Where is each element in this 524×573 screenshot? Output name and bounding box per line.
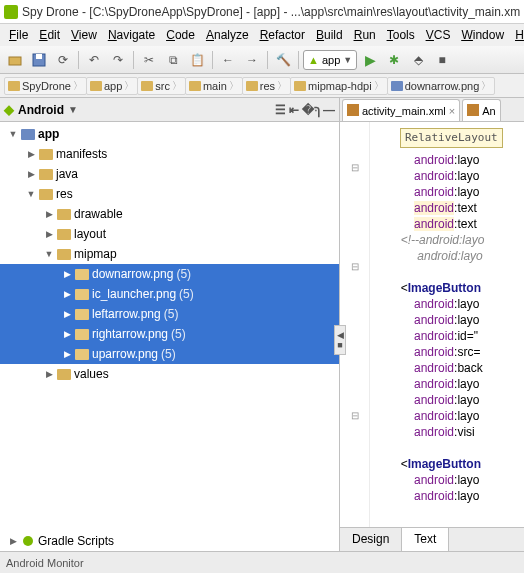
crumb-spydrone[interactable]: SpyDrone〉 (4, 77, 87, 95)
project-tree[interactable]: ▼app▶manifests▶java▼res▶drawable▶layout▼… (0, 122, 339, 531)
crumb-app[interactable]: app〉 (86, 77, 138, 95)
expand-arrow-icon[interactable]: ▶ (26, 169, 36, 179)
expand-arrow-icon[interactable]: ▶ (44, 209, 54, 219)
crumb-main[interactable]: main〉 (185, 77, 243, 95)
expand-arrow-icon[interactable]: ▶ (62, 309, 72, 319)
tree-node-manifests[interactable]: ▶manifests (0, 144, 339, 164)
editor-mode-tabs: Design Text (340, 527, 524, 551)
svg-rect-15 (57, 229, 71, 240)
expand-arrow-icon[interactable]: ▶ (62, 329, 72, 339)
expand-arrow-icon[interactable]: ▶ (44, 369, 54, 379)
run-config-label: app (322, 54, 340, 66)
svg-rect-0 (9, 57, 21, 65)
menu-view[interactable]: View (66, 26, 102, 44)
code-editor[interactable]: RelativeLayout android:layo android:layo… (370, 122, 524, 527)
tree-node-downarrow-png[interactable]: ▶downarrow.png (5) (0, 264, 339, 284)
android-icon: ◆ (4, 102, 14, 117)
project-pane-header[interactable]: ◆ Android ▼ ☰ ⇤ �ךּ — (0, 98, 339, 122)
tree-node-uparrow-png[interactable]: ▶uparrow.png (5) (0, 344, 339, 364)
menu-window[interactable]: Window (456, 26, 509, 44)
open-icon[interactable] (4, 49, 26, 71)
menu-tools[interactable]: Tools (382, 26, 420, 44)
run-config-selector[interactable]: ▲ app ▼ (303, 50, 357, 70)
tree-node-app[interactable]: ▼app (0, 124, 339, 144)
tree-node-res[interactable]: ▼res (0, 184, 339, 204)
menu-analyze[interactable]: Analyze (201, 26, 254, 44)
debug-button[interactable]: ✱ (383, 49, 405, 71)
fold-icon[interactable]: ⊟ (351, 162, 359, 173)
svg-rect-7 (246, 81, 258, 91)
tree-node-layout[interactable]: ▶layout (0, 224, 339, 244)
menu-build[interactable]: Build (311, 26, 348, 44)
attach-icon[interactable]: ⬘ (407, 49, 429, 71)
expand-arrow-icon[interactable]: ▶ (26, 149, 36, 159)
tab-text[interactable]: Text (402, 528, 449, 551)
tab-design[interactable]: Design (340, 528, 402, 551)
window-title: Spy Drone - [C:\SpyDroneApp\SpyDrone] - … (22, 5, 520, 19)
menu-vcs[interactable]: VCS (421, 26, 456, 44)
menu-edit[interactable]: Edit (34, 26, 65, 44)
svg-rect-21 (75, 349, 89, 360)
expand-arrow-icon[interactable]: ▶ (8, 536, 18, 546)
expand-arrow-icon[interactable]: ▼ (26, 189, 36, 199)
editor-tab-an[interactable]: An (462, 99, 500, 121)
back-icon[interactable]: ← (217, 49, 239, 71)
tree-node-leftarrow-png[interactable]: ▶leftarrow.png (5) (0, 304, 339, 324)
menu-h[interactable]: H (510, 26, 524, 44)
chevron-right-icon: 〉 (172, 79, 182, 93)
make-icon[interactable]: 🔨 (272, 49, 294, 71)
menu-refactor[interactable]: Refactor (255, 26, 310, 44)
tree-node-java[interactable]: ▶java (0, 164, 339, 184)
expand-arrow-icon[interactable]: ▼ (44, 249, 54, 259)
tree-node-rightarrow-png[interactable]: ▶rightarrow.png (5) (0, 324, 339, 344)
stop-icon[interactable]: ■ (431, 49, 453, 71)
expand-arrow-icon[interactable]: ▶ (62, 289, 72, 299)
menu-file[interactable]: File (4, 26, 33, 44)
expand-arrow-icon[interactable]: ▼ (8, 129, 18, 139)
tree-node-drawable[interactable]: ▶drawable (0, 204, 339, 224)
gradle-scripts-node[interactable]: ▶ Gradle Scripts (0, 531, 339, 551)
crumb-res[interactable]: res〉 (242, 77, 291, 95)
expand-arrow-icon[interactable]: ▶ (62, 269, 72, 279)
undo-icon[interactable]: ↶ (83, 49, 105, 71)
run-button[interactable]: ▶ (359, 49, 381, 71)
svg-rect-6 (189, 81, 201, 91)
fold-icon[interactable]: ⊟ (351, 261, 359, 272)
gear-icon[interactable]: �ךּ (302, 103, 320, 117)
svg-rect-5 (141, 81, 153, 91)
cut-icon[interactable]: ✂ (138, 49, 160, 71)
node-label: values (74, 367, 109, 381)
menu-navigate[interactable]: Navigate (103, 26, 160, 44)
menu-code[interactable]: Code (161, 26, 200, 44)
hide-icon[interactable]: — (323, 103, 335, 117)
svg-rect-13 (39, 189, 53, 200)
close-icon[interactable]: × (449, 105, 455, 117)
scroll-icon[interactable]: ☰ (275, 103, 286, 117)
split-handle[interactable]: ◀■ (334, 325, 346, 355)
crumb-src[interactable]: src〉 (137, 77, 186, 95)
editor-tab-activity_main-xml[interactable]: activity_main.xml× (342, 99, 460, 121)
collapse-icon[interactable]: ⇤ (289, 103, 299, 117)
tree-node-ic_launcher-png[interactable]: ▶ic_launcher.png (5) (0, 284, 339, 304)
tree-node-values[interactable]: ▶values (0, 364, 339, 384)
project-tool-window: ◆ Android ▼ ☰ ⇤ �ךּ — ▼app▶manifests▶jav… (0, 98, 340, 551)
crumb-downarrow.png[interactable]: downarrow.png〉 (387, 77, 496, 95)
forward-icon[interactable]: → (241, 49, 263, 71)
folder-icon (39, 169, 53, 180)
save-icon[interactable] (28, 49, 50, 71)
svg-rect-17 (75, 269, 89, 280)
copy-icon[interactable]: ⧉ (162, 49, 184, 71)
menu-run[interactable]: Run (349, 26, 381, 44)
expand-arrow-icon[interactable]: ▶ (62, 349, 72, 359)
expand-arrow-icon[interactable]: ▶ (44, 229, 54, 239)
folder-icon (57, 209, 71, 220)
paste-icon[interactable]: 📋 (186, 49, 208, 71)
crumb-mipmap-hdpi[interactable]: mipmap-hdpi〉 (290, 77, 388, 95)
sync-icon[interactable]: ⟳ (52, 49, 74, 71)
svg-rect-19 (75, 309, 89, 320)
tree-node-mipmap[interactable]: ▼mipmap (0, 244, 339, 264)
layout-hint[interactable]: RelativeLayout (400, 128, 503, 148)
crumb-label: mipmap-hdpi (308, 80, 372, 92)
fold-icon[interactable]: ⊟ (351, 410, 359, 421)
redo-icon[interactable]: ↷ (107, 49, 129, 71)
